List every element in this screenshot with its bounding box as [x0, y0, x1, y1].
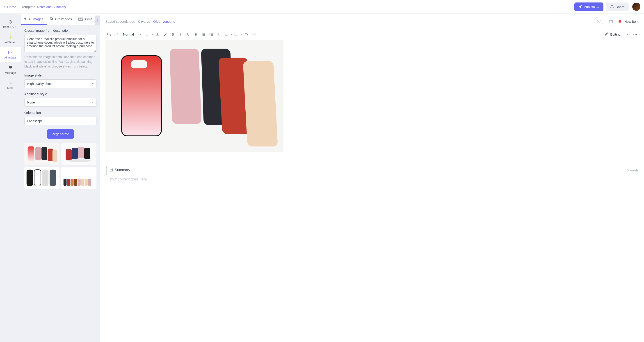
- sidebar-item-more[interactable]: More: [0, 78, 21, 93]
- insert-table-button[interactable]: [233, 31, 240, 38]
- document-icon: [110, 168, 113, 172]
- calendar-button[interactable]: [606, 17, 616, 26]
- tab-cc-images[interactable]: CC images: [47, 14, 75, 25]
- chevron-down-icon: ▾: [627, 33, 628, 36]
- text-color-button[interactable]: A: [154, 31, 161, 38]
- status-label[interactable]: New Item: [624, 19, 638, 23]
- create-image-label: Create image from description: [24, 28, 96, 32]
- upload-icon: [610, 5, 614, 9]
- strikethrough-button[interactable]: S: [192, 31, 199, 38]
- saved-status: Saved seconds ago: [106, 19, 135, 23]
- bullet-list-button[interactable]: [200, 31, 207, 38]
- rail-label-writer: AI Writer: [5, 41, 16, 44]
- link-button[interactable]: [216, 31, 222, 38]
- svg-point-48: [635, 34, 636, 35]
- content-placeholder[interactable]: Your content goes here ...: [106, 174, 638, 181]
- word-count: 0 words: [138, 19, 150, 23]
- additional-style-value: None: [27, 101, 35, 104]
- chevron-down-icon: ▾: [92, 101, 94, 104]
- template-name-link[interactable]: Notes and Summary: [37, 5, 66, 9]
- image-style-select[interactable]: High quality photo ▾: [24, 79, 96, 88]
- editing-mode-select[interactable]: Editing ▾: [602, 31, 631, 38]
- search-icon: [50, 17, 54, 21]
- underline-button[interactable]: U: [185, 31, 192, 38]
- editing-mode-label: Editing: [610, 32, 620, 36]
- thumbnail-3[interactable]: [24, 167, 60, 189]
- svg-rect-44: [235, 33, 238, 36]
- align-button[interactable]: [144, 31, 151, 38]
- svg-point-6: [11, 83, 12, 83]
- insert-image-button[interactable]: [223, 31, 230, 38]
- orientation-select[interactable]: Landscape ▾: [24, 117, 96, 125]
- svg-text:T: T: [245, 33, 247, 36]
- chevron-down-icon[interactable]: ▾: [231, 33, 232, 36]
- chevron-down-icon[interactable]: ▾: [241, 33, 242, 36]
- svg-point-47: [634, 34, 634, 35]
- svg-point-43: [226, 33, 226, 34]
- avatar[interactable]: [632, 3, 640, 11]
- sidebar-item-writer[interactable]: AI Writer: [0, 32, 21, 47]
- image-icon: [8, 50, 12, 55]
- summary-section-header[interactable]: Summary 0 words: [106, 166, 638, 174]
- rail-label-images: AI Images: [4, 56, 16, 59]
- undo-button[interactable]: [106, 31, 112, 38]
- collapse-sidebar-button[interactable]: [95, 15, 100, 25]
- svg-point-37: [202, 34, 202, 35]
- bold-button[interactable]: B: [170, 31, 176, 38]
- share-label: Share: [616, 5, 624, 9]
- chevron-left-icon: [4, 5, 6, 9]
- publish-button[interactable]: Publish: [574, 2, 604, 11]
- target-icon: [8, 19, 12, 24]
- format-select[interactable]: Normal ▾: [121, 31, 143, 38]
- prompt-helper-text: Describe the image in detail and then us…: [24, 55, 96, 69]
- template-info: Template: Notes and Summary: [22, 5, 66, 9]
- svg-rect-2: [8, 51, 12, 54]
- svg-rect-32: [84, 179, 88, 185]
- additional-style-select[interactable]: None ▾: [24, 98, 96, 107]
- more-options-button[interactable]: [632, 31, 638, 38]
- sidebar-item-message[interactable]: Message: [0, 62, 21, 78]
- add-user-button[interactable]: [594, 17, 603, 26]
- main-generated-image[interactable]: [106, 40, 284, 152]
- sidebar-panel: AI images CC images GIF GIFs Create imag…: [21, 14, 100, 342]
- svg-text:3: 3: [209, 35, 210, 36]
- thumbnail-2[interactable]: [61, 143, 96, 165]
- italic-button[interactable]: I: [177, 31, 184, 38]
- image-style-label: Image style: [24, 73, 96, 77]
- home-link[interactable]: Home: [4, 5, 16, 9]
- svg-point-38: [202, 35, 202, 36]
- tab-ai-images[interactable]: AI images: [21, 14, 47, 25]
- additional-style-label: Additional style: [24, 92, 96, 96]
- regenerate-button[interactable]: Regenerate: [47, 129, 74, 139]
- older-versions-link[interactable]: Older versions: [153, 19, 175, 23]
- summary-word-count: 0 words: [627, 168, 638, 172]
- sidebar-item-brief[interactable]: Brief + SEO: [0, 16, 21, 32]
- number-list-button[interactable]: 123: [208, 31, 214, 38]
- share-button[interactable]: Share: [606, 2, 629, 11]
- format-value: Normal: [123, 32, 134, 36]
- svg-rect-35: [609, 20, 612, 23]
- sidebar-item-images[interactable]: AI Images: [0, 47, 21, 62]
- bolt-icon: [24, 17, 26, 21]
- bolt-icon: [8, 35, 12, 39]
- tab-label-gifs: GIFs: [85, 17, 92, 21]
- left-rail: Brief + SEO AI Writer AI Images Message …: [0, 14, 21, 342]
- redo-button[interactable]: [113, 31, 120, 38]
- editor-toolbar: Normal ▾ ▾ A B I U S 123 ▾ ▾ T Editing: [100, 29, 644, 40]
- svg-rect-10: [36, 147, 41, 161]
- prompt-input[interactable]: [24, 35, 96, 52]
- add-block-button[interactable]: [250, 31, 257, 38]
- svg-rect-15: [66, 149, 72, 160]
- svg-rect-31: [81, 179, 84, 185]
- svg-rect-26: [64, 179, 67, 185]
- highlight-button[interactable]: [162, 31, 168, 38]
- thumbnail-4[interactable]: [61, 167, 96, 189]
- chevron-down-icon[interactable]: ▾: [152, 33, 153, 36]
- tab-gifs[interactable]: GIF GIFs: [75, 14, 96, 25]
- svg-point-1: [10, 22, 11, 22]
- chevron-down-icon: ▾: [92, 120, 94, 123]
- clear-format-button[interactable]: T: [243, 31, 250, 38]
- svg-rect-33: [88, 179, 91, 185]
- thumbnail-1[interactable]: [24, 143, 60, 165]
- chevron-down-icon: ▾: [92, 82, 94, 85]
